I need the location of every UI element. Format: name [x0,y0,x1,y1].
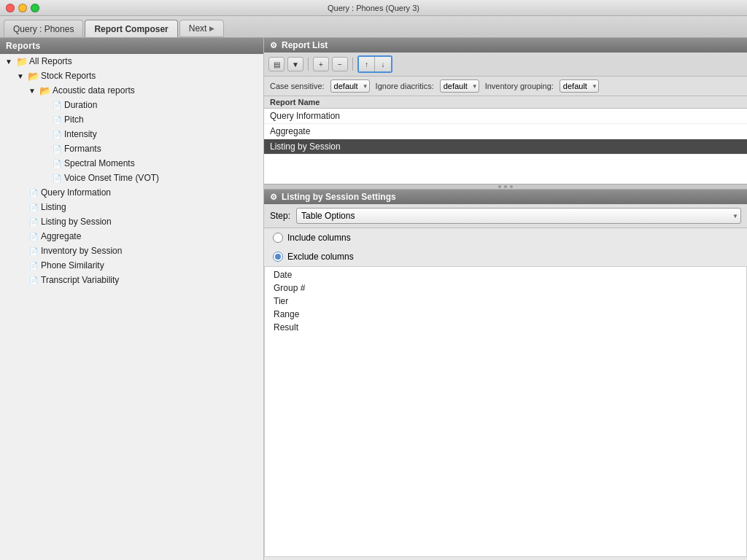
include-columns-radio[interactable] [273,233,283,243]
step-label: Step: [270,211,290,221]
folder-icon: 📂 [28,70,39,82]
file-icon: 📄 [28,201,39,213]
expand-icon: ▼ [15,70,26,82]
grid-view-button[interactable]: ▤ [268,57,285,71]
toolbar-separator [308,58,309,71]
gear-icon: ⚙ [270,41,277,50]
report-list-header: ⚙ Report List [264,38,747,52]
report-list-section: ⚙ Report List ▤ ▼ + − [264,38,747,184]
include-columns-label: Include columns [287,233,351,243]
list-item[interactable]: Tier [265,295,746,308]
right-panel: ⚙ Report List ▤ ▼ + − [264,38,747,560]
report-table-header: Report Name [264,96,747,109]
list-item[interactable]: Date [265,268,746,281]
settings-section: ⚙ Listing by Session Settings Step: Tabl… [264,190,747,560]
remove-report-button[interactable]: − [332,57,348,71]
expand-icon: ▼ [3,55,15,67]
table-row[interactable]: Aggregate [264,124,747,139]
tab-bar: Query : Phones Report Composer Next ▶ [0,16,747,38]
table-row[interactable]: Query Information [264,109,747,124]
columns-list: Date Group # Tier Range Result [264,266,747,557]
divider-dot [498,185,501,188]
sidebar-item-listing[interactable]: 📄 Listing [0,200,263,214]
file-icon: 📄 [51,158,63,169]
sidebar-item-aggregate[interactable]: 📄 Aggregate [0,229,263,244]
sidebar-item-acoustic-data[interactable]: ▼ 📂 Acoustic data reports [0,83,263,98]
inventory-grouping-wrapper: default ▼ [560,79,599,93]
close-button[interactable] [6,4,15,12]
divider-dot [510,185,513,188]
sidebar-item-voice-onset[interactable]: 📄 Voice Onset Time (VOT) [0,171,263,185]
list-item[interactable]: Group # [265,281,746,295]
divider-dot [504,185,507,188]
main-content: Reports ▼ 📁 All Reports ▼ 📂 Stock Report… [0,38,747,560]
sidebar-item-transcript-variability[interactable]: 📄 Transcript Variability [0,273,263,287]
file-icon: 📄 [28,216,39,228]
spacer [38,143,50,155]
spacer [15,216,26,228]
toolbar-separator2 [352,58,353,71]
list-view-button[interactable]: ▼ [287,57,303,71]
step-select[interactable]: Table Options [296,208,741,224]
title-bar: Query : Phones (Query 3) [0,0,747,16]
sidebar-item-intensity[interactable]: 📄 Intensity [0,127,263,141]
report-list-toolbar: ▤ ▼ + − ↑ ↓ [264,52,747,77]
sidebar-item-all-reports[interactable]: ▼ 📁 All Reports [0,54,263,69]
file-icon: 📄 [28,260,39,271]
ignore-diacritics-select[interactable]: default [440,79,479,93]
window-controls[interactable] [6,4,39,12]
spacer [38,99,50,111]
spacer [15,274,26,286]
file-icon: 📄 [28,230,39,242]
move-down-button[interactable]: ↓ [375,57,391,71]
sidebar-item-listing-by-session[interactable]: 📄 Listing by Session [0,214,263,229]
move-up-button[interactable]: ↑ [359,57,375,71]
file-icon: 📄 [51,172,63,184]
file-icon: 📄 [28,187,39,198]
list-item[interactable]: Result [265,321,746,334]
sidebar-item-pitch[interactable]: 📄 Pitch [0,112,263,127]
case-sensitive-select[interactable]: default [330,79,370,93]
exclude-columns-label: Exclude columns [287,252,354,262]
file-icon: 📄 [28,274,39,286]
tab-next[interactable]: Next ▶ [179,20,225,37]
file-icon: 📄 [51,143,63,155]
sidebar-item-duration[interactable]: 📄 Duration [0,98,263,112]
inventory-grouping-label: Inventory grouping: [485,82,554,90]
sidebar-item-inventory-by-session[interactable]: 📄 Inventory by Session [0,244,263,258]
file-icon: 📄 [28,245,39,257]
list-item[interactable]: Range [265,308,746,321]
ignore-diacritics-wrapper: default ▼ [440,79,479,93]
maximize-button[interactable] [31,4,39,12]
gear-icon: ⚙ [270,192,277,202]
spacer [38,172,50,184]
table-row-selected[interactable]: Listing by Session [264,139,747,155]
minimize-button[interactable] [18,4,27,12]
add-report-button[interactable]: + [313,57,329,71]
window-title: Query : Phones (Query 3) [328,4,419,12]
sidebar-item-stock-reports[interactable]: ▼ 📂 Stock Reports [0,69,263,83]
exclude-columns-radio[interactable] [273,252,283,262]
file-icon: 📄 [51,128,63,140]
move-buttons: ↑ ↓ [357,55,392,73]
include-columns-row: Include columns [264,228,747,247]
sidebar-item-spectral-moments[interactable]: 📄 Spectral Moments [0,156,263,171]
sidebar-item-formants[interactable]: 📄 Formants [0,141,263,156]
report-list-content: Report Name Query Information Aggregate … [264,96,747,184]
inventory-grouping-select[interactable]: default [560,79,599,93]
tab-report-composer[interactable]: Report Composer [85,20,177,37]
step-select-wrapper: Table Options ▼ [296,208,741,224]
sidebar: Reports ▼ 📁 All Reports ▼ 📂 Stock Report… [0,38,264,560]
spacer [15,245,26,257]
sidebar-header: Reports [0,38,263,54]
spacer [15,187,26,198]
sidebar-item-phone-similarity[interactable]: 📄 Phone Similarity [0,258,263,273]
sidebar-item-query-information[interactable]: 📄 Query Information [0,185,263,200]
spacer [15,230,26,242]
tab-query-phones[interactable]: Query : Phones [4,20,83,37]
settings-header: ⚙ Listing by Session Settings [264,190,747,204]
spacer [38,114,50,125]
filter-row: Case sensitive: default ▼ Ignore diacrit… [264,77,747,96]
panel-divider[interactable] [264,184,747,190]
folder-icon: 📁 [16,55,28,67]
